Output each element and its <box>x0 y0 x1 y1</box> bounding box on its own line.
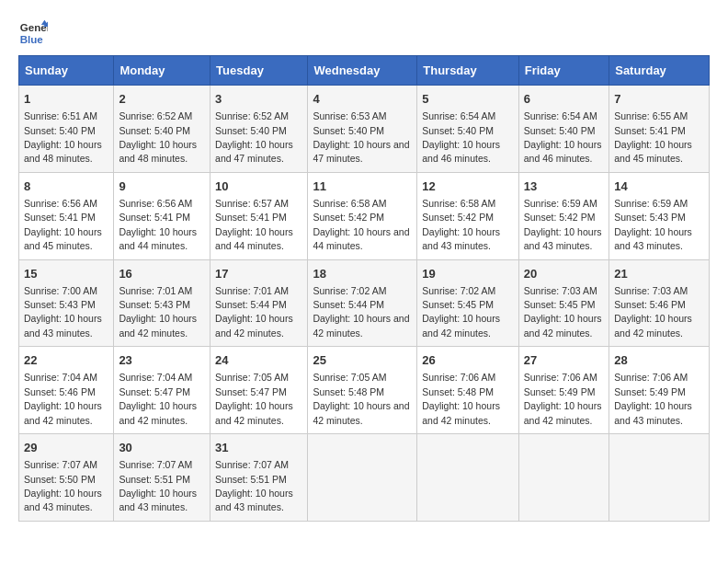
calendar-cell: 12Sunrise: 6:58 AMSunset: 5:42 PMDayligh… <box>417 172 519 259</box>
cell-info: Sunrise: 7:06 AMSunset: 5:48 PMDaylight:… <box>422 372 500 425</box>
day-number: 20 <box>524 266 604 282</box>
cell-info: Sunrise: 6:56 AMSunset: 5:41 PMDaylight:… <box>119 198 197 251</box>
day-number: 8 <box>24 178 108 195</box>
header-thursday: Thursday <box>417 56 519 86</box>
calendar-cell: 23Sunrise: 7:04 AMSunset: 5:47 PMDayligh… <box>114 347 210 434</box>
cell-info: Sunrise: 7:02 AMSunset: 5:45 PMDaylight:… <box>422 285 500 339</box>
calendar-cell: 19Sunrise: 7:02 AMSunset: 5:45 PMDayligh… <box>417 259 519 347</box>
calendar-cell: 20Sunrise: 7:03 AMSunset: 5:45 PMDayligh… <box>518 259 609 347</box>
day-number: 9 <box>119 178 205 195</box>
day-number: 16 <box>119 266 205 282</box>
calendar-cell: 24Sunrise: 7:05 AMSunset: 5:47 PMDayligh… <box>210 347 308 434</box>
calendar-cell: 6Sunrise: 6:54 AMSunset: 5:40 PMDaylight… <box>518 86 609 173</box>
cell-info: Sunrise: 7:06 AMSunset: 5:49 PMDaylight:… <box>524 372 602 425</box>
calendar-cell: 5Sunrise: 6:54 AMSunset: 5:40 PMDaylight… <box>417 86 519 173</box>
header-wednesday: Wednesday <box>308 56 417 86</box>
calendar-cell: 15Sunrise: 7:00 AMSunset: 5:43 PMDayligh… <box>19 259 114 347</box>
day-number: 30 <box>119 440 205 456</box>
day-number: 19 <box>422 266 514 282</box>
day-number: 24 <box>215 352 302 369</box>
cell-info: Sunrise: 6:59 AMSunset: 5:42 PMDaylight:… <box>524 198 602 251</box>
calendar-cell: 4Sunrise: 6:53 AMSunset: 5:40 PMDaylight… <box>308 86 417 173</box>
day-number: 25 <box>313 352 412 369</box>
calendar-cell: 30Sunrise: 7:07 AMSunset: 5:51 PMDayligh… <box>114 434 210 522</box>
calendar-cell: 26Sunrise: 7:06 AMSunset: 5:48 PMDayligh… <box>417 347 519 434</box>
calendar-cell: 1Sunrise: 6:51 AMSunset: 5:40 PMDaylight… <box>19 86 114 173</box>
calendar-cell: 14Sunrise: 6:59 AMSunset: 5:43 PMDayligh… <box>609 172 710 259</box>
calendar-cell: 31Sunrise: 7:07 AMSunset: 5:51 PMDayligh… <box>210 434 308 522</box>
day-number: 10 <box>215 178 302 195</box>
calendar-cell: 7Sunrise: 6:55 AMSunset: 5:41 PMDaylight… <box>609 86 710 173</box>
cell-info: Sunrise: 7:01 AMSunset: 5:44 PMDaylight:… <box>215 285 293 339</box>
day-number: 11 <box>313 178 412 195</box>
day-number: 27 <box>524 352 604 369</box>
calendar-cell: 27Sunrise: 7:06 AMSunset: 5:49 PMDayligh… <box>518 347 609 434</box>
cell-info: Sunrise: 7:02 AMSunset: 5:44 PMDaylight:… <box>313 285 409 339</box>
week-row-3: 15Sunrise: 7:00 AMSunset: 5:43 PMDayligh… <box>19 259 710 347</box>
cell-info: Sunrise: 6:52 AMSunset: 5:40 PMDaylight:… <box>215 110 293 164</box>
calendar-cell: 13Sunrise: 6:59 AMSunset: 5:42 PMDayligh… <box>518 172 609 259</box>
cell-info: Sunrise: 7:01 AMSunset: 5:43 PMDaylight:… <box>119 285 197 339</box>
calendar-cell: 18Sunrise: 7:02 AMSunset: 5:44 PMDayligh… <box>308 259 417 347</box>
cell-info: Sunrise: 6:57 AMSunset: 5:41 PMDaylight:… <box>215 198 293 251</box>
calendar-cell: 29Sunrise: 7:07 AMSunset: 5:50 PMDayligh… <box>19 434 114 522</box>
logo-icon: General Blue <box>18 18 48 48</box>
cell-info: Sunrise: 6:56 AMSunset: 5:41 PMDaylight:… <box>24 198 102 251</box>
cell-info: Sunrise: 7:07 AMSunset: 5:51 PMDaylight:… <box>119 459 197 512</box>
cell-info: Sunrise: 6:51 AMSunset: 5:40 PMDaylight:… <box>24 110 102 164</box>
header-tuesday: Tuesday <box>210 56 308 86</box>
cell-info: Sunrise: 6:53 AMSunset: 5:40 PMDaylight:… <box>313 110 409 164</box>
day-number: 23 <box>119 352 205 369</box>
header-friday: Friday <box>518 56 609 86</box>
calendar-cell <box>417 434 519 522</box>
day-number: 3 <box>215 91 302 108</box>
header-sunday: Sunday <box>19 56 114 86</box>
cell-info: Sunrise: 7:07 AMSunset: 5:51 PMDaylight:… <box>215 459 293 512</box>
day-number: 6 <box>524 91 604 108</box>
calendar-cell: 17Sunrise: 7:01 AMSunset: 5:44 PMDayligh… <box>210 259 308 347</box>
day-number: 18 <box>313 266 412 282</box>
calendar-cell: 11Sunrise: 6:58 AMSunset: 5:42 PMDayligh… <box>308 172 417 259</box>
cell-info: Sunrise: 6:59 AMSunset: 5:43 PMDaylight:… <box>614 198 692 251</box>
calendar-body: 1Sunrise: 6:51 AMSunset: 5:40 PMDaylight… <box>19 86 710 522</box>
week-row-2: 8Sunrise: 6:56 AMSunset: 5:41 PMDaylight… <box>19 172 710 259</box>
calendar-cell <box>308 434 417 522</box>
calendar-cell <box>518 434 609 522</box>
calendar-cell: 28Sunrise: 7:06 AMSunset: 5:49 PMDayligh… <box>609 347 710 434</box>
calendar-cell: 10Sunrise: 6:57 AMSunset: 5:41 PMDayligh… <box>210 172 308 259</box>
calendar-cell: 2Sunrise: 6:52 AMSunset: 5:40 PMDaylight… <box>114 86 210 173</box>
logo: General Blue <box>18 18 51 48</box>
calendar-cell <box>609 434 710 522</box>
calendar-cell: 16Sunrise: 7:01 AMSunset: 5:43 PMDayligh… <box>114 259 210 347</box>
cell-info: Sunrise: 7:04 AMSunset: 5:46 PMDaylight:… <box>24 372 102 425</box>
day-number: 5 <box>422 91 514 108</box>
cell-info: Sunrise: 6:54 AMSunset: 5:40 PMDaylight:… <box>524 110 602 164</box>
cell-info: Sunrise: 7:07 AMSunset: 5:50 PMDaylight:… <box>24 459 102 512</box>
week-row-1: 1Sunrise: 6:51 AMSunset: 5:40 PMDaylight… <box>19 86 710 173</box>
calendar-header-row: SundayMondayTuesdayWednesdayThursdayFrid… <box>19 56 710 86</box>
header-monday: Monday <box>114 56 210 86</box>
calendar-table: SundayMondayTuesdayWednesdayThursdayFrid… <box>18 55 710 522</box>
cell-info: Sunrise: 6:58 AMSunset: 5:42 PMDaylight:… <box>313 198 409 251</box>
cell-info: Sunrise: 6:55 AMSunset: 5:41 PMDaylight:… <box>614 110 692 164</box>
cell-info: Sunrise: 7:03 AMSunset: 5:45 PMDaylight:… <box>524 285 602 339</box>
calendar-cell: 9Sunrise: 6:56 AMSunset: 5:41 PMDaylight… <box>114 172 210 259</box>
day-number: 28 <box>614 352 704 369</box>
calendar-cell: 22Sunrise: 7:04 AMSunset: 5:46 PMDayligh… <box>19 347 114 434</box>
calendar-cell: 21Sunrise: 7:03 AMSunset: 5:46 PMDayligh… <box>609 259 710 347</box>
cell-info: Sunrise: 7:06 AMSunset: 5:49 PMDaylight:… <box>614 372 692 425</box>
cell-info: Sunrise: 7:05 AMSunset: 5:48 PMDaylight:… <box>313 372 409 425</box>
cell-info: Sunrise: 7:05 AMSunset: 5:47 PMDaylight:… <box>215 372 293 425</box>
svg-text:Blue: Blue <box>20 34 44 45</box>
header-saturday: Saturday <box>609 56 710 86</box>
day-number: 12 <box>422 178 514 195</box>
calendar-cell: 3Sunrise: 6:52 AMSunset: 5:40 PMDaylight… <box>210 86 308 173</box>
day-number: 29 <box>24 440 108 456</box>
day-number: 13 <box>524 178 604 195</box>
week-row-5: 29Sunrise: 7:07 AMSunset: 5:50 PMDayligh… <box>19 434 710 522</box>
cell-info: Sunrise: 7:04 AMSunset: 5:47 PMDaylight:… <box>119 372 197 425</box>
cell-info: Sunrise: 7:03 AMSunset: 5:46 PMDaylight:… <box>614 285 692 339</box>
day-number: 31 <box>215 440 302 456</box>
day-number: 26 <box>422 352 514 369</box>
day-number: 17 <box>215 266 302 282</box>
